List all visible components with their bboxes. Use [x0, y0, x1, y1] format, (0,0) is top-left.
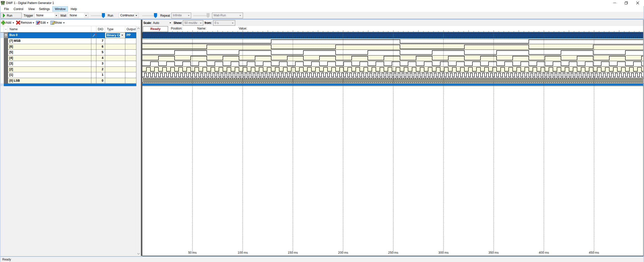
- svg-text:450 ms: 450 ms: [589, 251, 599, 254]
- svg-text:250 ms: 250 ms: [388, 251, 398, 254]
- svg-text:150 ms: 150 ms: [288, 251, 298, 254]
- svg-text:100 ms: 100 ms: [238, 251, 248, 254]
- svg-text:400 ms: 400 ms: [539, 251, 549, 254]
- svg-text:50 ms: 50 ms: [188, 251, 197, 254]
- svg-text:200 ms: 200 ms: [338, 251, 348, 254]
- svg-text:300 ms: 300 ms: [438, 251, 449, 254]
- svg-text:350 ms: 350 ms: [489, 251, 499, 254]
